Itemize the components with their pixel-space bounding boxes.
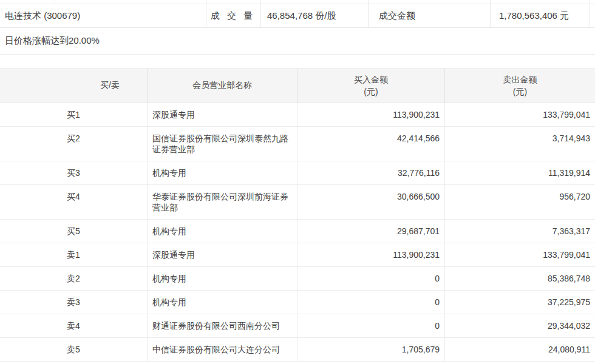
table-row: 买3 机构专用 32,776,116 11,319,914 (0, 161, 595, 185)
volume-value: 46,854,768 份/股 (261, 4, 369, 27)
buy-amount-unit: (元) (364, 86, 378, 98)
table-row: 买2 国信证券股份有限公司深圳泰然九路证券营业部 42,414,566 3,71… (0, 127, 595, 161)
cutoff-cell (491, 0, 590, 4)
branch-name: 机构专用 (148, 220, 298, 243)
table-header-row: 买/卖 会员营业部名称 买入金额 (元) 卖出金额 (元) (0, 68, 595, 103)
seat-rank: 卖2 (0, 267, 148, 290)
sell-amount: 29,344,032 (445, 314, 595, 337)
column-header-side-label: 买/卖 (100, 80, 120, 91)
buy-amount: 0 (298, 267, 445, 290)
cutoff-cell (206, 0, 261, 4)
sell-amount-label: 卖出金额 (503, 73, 537, 86)
buy-amount: 29,687,701 (298, 220, 445, 243)
column-header-branch-name: 会员营业部名称 (148, 69, 298, 103)
buy-amount: 30,666,500 (298, 185, 445, 219)
column-header-side: 买/卖 (0, 69, 148, 103)
table-row: 买1 深股通专用 113,900,231 133,799,041 (0, 103, 595, 127)
seat-rank: 卖5 (0, 338, 148, 361)
table-row: 卖5 中信证券股份有限公司大连分公司 1,705,679 24,080,911 (0, 338, 595, 362)
cutoff-cell (55, 0, 206, 4)
price-limit-notice: 日价格涨幅达到20.00% (0, 28, 595, 55)
column-header-buy-amount: 买入金额 (元) (298, 69, 445, 103)
sell-amount-unit: (元) (513, 86, 527, 98)
branch-name: 财通证券股份有限公司西南分公司 (148, 314, 298, 337)
table-row: 买4 华泰证券股份有限公司深圳前海证券营业部 30,666,500 956,72… (0, 185, 595, 220)
sell-amount: 7,363,317 (445, 220, 595, 243)
buy-amount: 42,414,566 (298, 127, 445, 161)
turnover-value: 1,780,563,406 元 (491, 4, 590, 27)
volume-label: 成交量 (206, 4, 261, 27)
branch-name: 机构专用 (148, 267, 298, 290)
branch-name: 国信证券股份有限公司深圳泰然九路证券营业部 (148, 127, 298, 161)
sell-amount: 24,080,911 (445, 338, 595, 361)
column-header-sell-amount: 卖出金额 (元) (445, 69, 595, 103)
table-row: 卖1 深股通专用 113,900,231 133,799,041 (0, 243, 595, 267)
sell-amount: 37,225,975 (445, 291, 595, 314)
cutoff-cell (261, 0, 369, 4)
sell-amount: 956,720 (445, 185, 595, 219)
sell-amount: 3,714,943 (445, 127, 595, 161)
seat-rank: 买5 (0, 220, 148, 243)
seat-rank: 卖4 (0, 314, 148, 337)
table-row: 卖3 机构专用 0 37,225,975 (0, 291, 595, 314)
buy-amount: 32,776,116 (298, 161, 445, 184)
sell-amount: 133,799,041 (445, 103, 595, 126)
seat-rank: 买2 (0, 127, 148, 161)
seat-rank: 买1 (0, 103, 148, 126)
buy-amount: 0 (298, 291, 445, 314)
branch-name: 深股通专用 (148, 243, 298, 266)
buy-amount: 1,705,679 (298, 338, 445, 361)
cutoff-row-above (0, 0, 595, 4)
buy-amount: 113,900,231 (298, 103, 445, 126)
branch-name: 机构专用 (148, 291, 298, 314)
turnover-label: 成交金额 (369, 4, 491, 27)
seat-rank: 卖3 (0, 291, 148, 314)
branch-name: 华泰证券股份有限公司深圳前海证券营业部 (148, 185, 298, 219)
table-row: 买5 机构专用 29,687,701 7,363,317 (0, 220, 595, 243)
buy-amount-label: 买入金额 (354, 73, 388, 86)
table-row: 卖4 财通证券股份有限公司西南分公司 0 29,344,032 (0, 314, 595, 338)
branch-name: 中信证券股份有限公司大连分公司 (148, 338, 298, 361)
sell-amount: 85,386,748 (445, 267, 595, 290)
sell-amount: 11,319,914 (445, 161, 595, 184)
stock-name-code: 电连技术 (300679) (0, 4, 206, 27)
spacer (0, 55, 595, 68)
seat-rank: 买4 (0, 185, 148, 219)
buy-amount: 113,900,231 (298, 243, 445, 266)
table-row: 卖2 机构专用 0 85,386,748 (0, 267, 595, 291)
stock-summary-row: 电连技术 (300679) 成交量 46,854,768 份/股 成交金额 1,… (0, 4, 595, 28)
seat-rank: 卖1 (0, 243, 148, 266)
sell-amount: 133,799,041 (445, 243, 595, 266)
branch-name: 机构专用 (148, 161, 298, 184)
broker-seats-table: 买/卖 会员营业部名称 买入金额 (元) 卖出金额 (元) 买1 深股通专用 1… (0, 68, 595, 362)
branch-name: 深股通专用 (148, 103, 298, 126)
cutoff-cell (369, 0, 491, 4)
buy-amount: 0 (298, 314, 445, 337)
seat-rank: 买3 (0, 161, 148, 184)
column-header-branch-label: 会员营业部名称 (192, 80, 252, 91)
cutoff-cell (0, 0, 55, 4)
